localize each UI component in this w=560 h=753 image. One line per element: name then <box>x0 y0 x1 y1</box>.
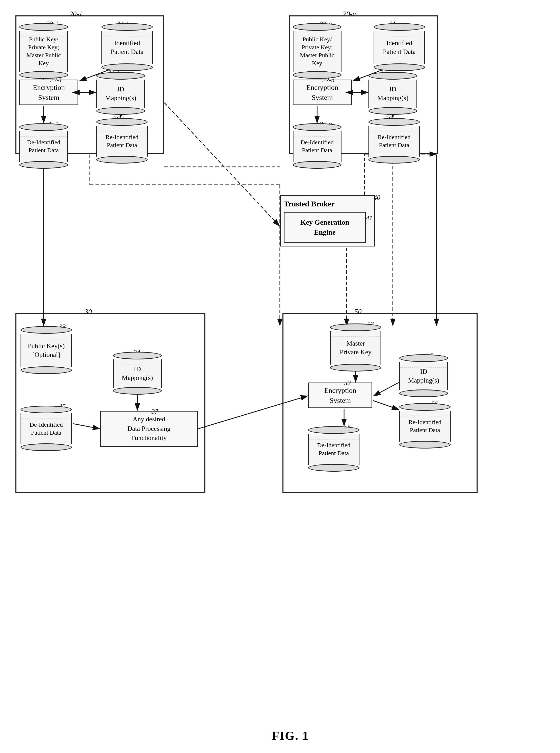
svg-line-21 <box>164 103 279 226</box>
ref-label-41: 41 <box>366 215 373 222</box>
rect-37: Any desiredData ProcessingFunctionality <box>100 411 198 447</box>
db-21-n: IdentifiedPatient Data <box>374 23 425 71</box>
ref-30: 30 <box>85 308 92 316</box>
db-23-1-label: Public Key/Private Key;Master Public Key <box>19 31 68 72</box>
db-21-1-label: IdentifiedPatient Data <box>101 31 153 64</box>
db-23-1: Public Key/Private Key;Master Public Key <box>19 23 68 79</box>
db-54-bot <box>399 389 448 397</box>
db-33: Public Key(s)[Optional] <box>21 326 72 374</box>
db-23-n-label: Public Key/Private Key;Master Public Key <box>293 31 341 72</box>
db-35-bot <box>21 443 72 451</box>
db-56: Re-IdentifiedPatient Data <box>399 403 451 449</box>
rect-22-1: EncryptionSystem <box>19 80 78 105</box>
db-55: De-IdentifiedPatient Data <box>308 426 359 472</box>
db-55-label: De-IdentifiedPatient Data <box>308 434 359 465</box>
db-34: IDMapping(s) <box>113 352 162 394</box>
db-53-label: MasterPrivate Key <box>330 331 381 365</box>
db-23-1-bot <box>19 71 68 79</box>
db-35: De-IdentifiedPatient Data <box>21 406 72 451</box>
db-24-1-bot <box>96 107 145 115</box>
ref-50: 50 <box>354 308 361 316</box>
db-26-n-label: Re-IdentifiedPatient Data <box>368 126 420 157</box>
ref-20-n: 20-n <box>343 10 356 18</box>
ref-label-37: 37 <box>152 408 158 415</box>
db-21-1-top <box>101 23 153 31</box>
db-21-n-top <box>374 23 425 31</box>
db-25-1-label: De-IdentifiedPatient Data <box>19 131 68 162</box>
db-25-n-top <box>293 123 341 131</box>
db-54: IDMapping(s) <box>399 354 448 397</box>
db-33-top <box>21 326 72 334</box>
db-24-1-top <box>96 72 145 80</box>
db-26-1: Re-IdentifiedPatient Data <box>96 118 148 164</box>
rect-40-outer: Trusted Broker Key GenerationEngine <box>280 195 375 246</box>
db-26-n-top <box>368 118 420 126</box>
db-34-label: IDMapping(s) <box>113 360 162 388</box>
db-54-label: IDMapping(s) <box>399 362 448 390</box>
db-26-n: Re-IdentifiedPatient Data <box>368 118 420 164</box>
figure-caption: FIG. 1 <box>10 729 560 743</box>
db-33-label: Public Key(s)[Optional] <box>21 334 72 367</box>
db-34-bot <box>113 387 162 394</box>
db-24-n: IDMapping(s) <box>368 72 417 115</box>
db-23-n: Public Key/Private Key;Master Public Key <box>293 23 341 79</box>
db-26-1-bot <box>96 156 148 164</box>
db-56-top <box>399 403 451 411</box>
db-25-1: De-IdentifiedPatient Data <box>19 123 68 169</box>
db-24-1-label: IDMapping(s) <box>96 80 145 108</box>
ref-label-40: 40 <box>374 194 380 202</box>
db-23-n-bot <box>293 71 341 79</box>
db-55-bot <box>308 464 359 472</box>
rect-41: Key GenerationEngine <box>284 212 366 243</box>
db-26-1-top <box>96 118 148 126</box>
db-24-n-top <box>368 72 417 80</box>
db-53: MasterPrivate Key <box>330 324 381 371</box>
db-53-bot <box>330 364 381 371</box>
db-23-1-top <box>19 23 68 31</box>
rect-52: EncryptionSystem <box>308 383 372 408</box>
db-35-top <box>21 406 72 413</box>
db-56-bot <box>399 441 451 449</box>
db-55-top <box>308 426 359 434</box>
ref-label-52: 52 <box>344 379 351 387</box>
db-53-top <box>330 324 381 331</box>
db-25-1-top <box>19 123 68 131</box>
db-21-1-bot <box>101 63 153 71</box>
db-35-label: De-IdentifiedPatient Data <box>21 413 72 444</box>
db-21-1: IdentifiedPatient Data <box>101 23 153 71</box>
db-25-n-bot <box>293 161 341 169</box>
db-54-top <box>399 354 448 362</box>
db-24-1: IDMapping(s) <box>96 72 145 115</box>
db-23-n-top <box>293 23 341 31</box>
db-26-1-label: Re-IdentifiedPatient Data <box>96 126 148 157</box>
db-21-n-bot <box>374 63 425 71</box>
db-33-bot <box>21 366 72 374</box>
db-25-1-bot <box>19 161 68 169</box>
db-34-top <box>113 352 162 360</box>
db-56-label: Re-IdentifiedPatient Data <box>399 411 451 442</box>
page: 20-1 Public Key/Private Key;Master Publi… <box>0 0 560 753</box>
db-21-n-label: IdentifiedPatient Data <box>374 31 425 64</box>
db-25-n: De-IdentifiedPatient Data <box>293 123 341 169</box>
db-24-n-label: IDMapping(s) <box>368 80 417 108</box>
db-25-n-label: De-IdentifiedPatient Data <box>293 131 341 162</box>
db-26-n-bot <box>368 156 420 164</box>
db-24-n-bot <box>368 107 417 115</box>
ref-20-1: 20-1 <box>69 10 82 18</box>
